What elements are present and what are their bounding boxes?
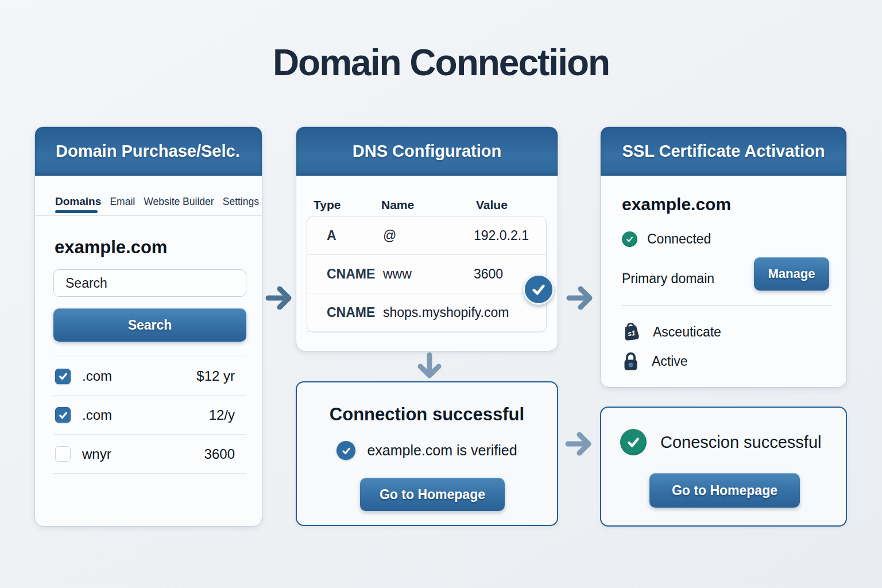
search-button[interactable]: Search xyxy=(53,308,246,342)
final-successful-box: Conescion successful Go to Homepage xyxy=(600,407,847,527)
dns-record-row: CNAME shops.myshopify.com xyxy=(307,293,546,332)
option-price: 12/y xyxy=(209,407,235,423)
lock-icon xyxy=(622,351,639,372)
final-successful-title: Conescion successful xyxy=(660,433,821,452)
domain-purchase-header: Domain Purchase/Selc. xyxy=(35,127,262,176)
col-name: Name xyxy=(381,198,414,212)
tab-settings[interactable]: Settings xyxy=(223,196,259,208)
option-label: .com xyxy=(82,407,112,423)
col-value: Value xyxy=(476,198,508,212)
verified-text: example.com is verified xyxy=(367,442,517,459)
ssl-domain-name: example.com xyxy=(622,195,731,214)
search-input[interactable] xyxy=(53,269,246,297)
go-to-homepage-button[interactable]: Go to Homepage xyxy=(649,473,800,508)
certificate-status-row: Active xyxy=(622,351,688,372)
connection-successful-box: Connection successful example.com is ver… xyxy=(296,381,558,526)
col-type: Type xyxy=(314,198,341,212)
checkbox-checked-icon[interactable] xyxy=(55,407,71,423)
active-tab-underline xyxy=(55,210,98,213)
ssl-activation-header: SSL Certificate Activation xyxy=(601,127,846,176)
record-type: A xyxy=(327,228,383,243)
dns-record-row: A @ 192.0.2.1 xyxy=(307,216,546,255)
dns-configuration-card: DNS Configuration Type Name Value A @ 19… xyxy=(296,126,558,351)
checkbox-checked-icon[interactable] xyxy=(55,369,71,384)
domain-option-row[interactable]: .com 12/y xyxy=(53,396,246,435)
record-type: CNAME xyxy=(327,305,383,320)
domain-option-row[interactable]: .com $12 yr xyxy=(53,357,246,396)
page-title: Domain Connectiion xyxy=(0,41,882,84)
record-name: www xyxy=(383,266,474,282)
domain-purchase-card: Domain Purchase/Selc. Domains Email Webs… xyxy=(34,126,262,527)
domain-option-row[interactable]: wnyr 3600 xyxy=(53,435,246,474)
checkbox-unchecked-icon[interactable] xyxy=(55,446,71,462)
option-price: 3600 xyxy=(204,446,235,462)
shopping-bag-icon: s1 xyxy=(621,320,641,344)
domain-name-heading: example.com xyxy=(55,237,167,258)
divider xyxy=(622,305,832,306)
arrow-right-icon xyxy=(564,430,595,458)
success-check-icon xyxy=(620,429,647,455)
ssl-activation-card: SSL Certificate Activation example.com C… xyxy=(600,126,847,388)
record-name: @ xyxy=(383,228,474,243)
manage-button[interactable]: Manage xyxy=(754,257,829,291)
option-label: .com xyxy=(82,368,112,384)
primary-domain-label: Primary domain xyxy=(622,266,714,291)
go-to-homepage-button[interactable]: Go to Homepage xyxy=(360,478,505,511)
tab-website-builder[interactable]: Website Builder xyxy=(144,196,214,208)
page: Domain Connectiion Domain Purchase/Selc.… xyxy=(0,0,882,588)
tab-email[interactable]: Email xyxy=(110,196,135,208)
dns-configuration-header: DNS Configuration xyxy=(296,127,558,176)
record-name: shops.myshopify.com xyxy=(383,305,546,320)
verified-check-icon xyxy=(336,441,355,460)
final-status-row: Conescion successful xyxy=(620,429,821,455)
divider xyxy=(35,215,262,216)
verified-check-badge xyxy=(523,274,554,305)
certificate-name: Asceuticate xyxy=(653,324,721,340)
option-price: $12 yr xyxy=(196,368,235,384)
svg-text:s1: s1 xyxy=(627,329,636,338)
option-label: wnyr xyxy=(82,446,111,462)
record-value: 192.0.2.1 xyxy=(474,228,546,243)
connected-check-icon xyxy=(622,231,637,247)
record-type: CNAME xyxy=(327,266,383,282)
connection-status-row: Connected xyxy=(622,231,711,247)
connected-label: Connected xyxy=(647,231,711,247)
tab-domains[interactable]: Domains xyxy=(55,195,101,208)
verified-row: example.com is verified xyxy=(297,441,557,460)
dns-record-row: CNAME www 3600 xyxy=(307,255,546,293)
arrow-down-icon xyxy=(415,351,444,382)
arrow-right-icon xyxy=(565,284,596,312)
domain-options-list: .com $12 yr .com 12/y wnyr 3600 xyxy=(53,357,246,474)
arrow-right-icon xyxy=(264,284,295,312)
connection-successful-title: Connection successful xyxy=(297,404,557,425)
dns-records-table: A @ 192.0.2.1 CNAME www 3600 CNAME shops… xyxy=(307,216,547,332)
certificate-status: Active xyxy=(652,354,688,369)
certificate-item-row: s1 Asceuticate xyxy=(622,321,721,343)
